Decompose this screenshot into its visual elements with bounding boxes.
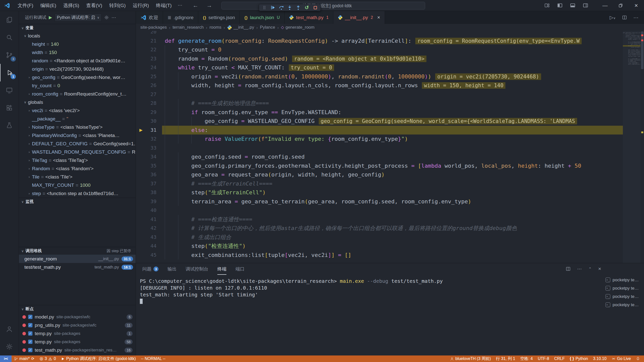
code-line[interactable]: 26width, height = room_config.layout.n_c… [136, 81, 644, 90]
code-line[interactable]: 30geo_config = WASTELAND_GEO_CONFIGgeo_c… [136, 117, 644, 126]
stack-frame[interactable]: generate_room__init__.py31:1 [19, 255, 136, 263]
maximize-panel-icon[interactable]: ⌃ [588, 266, 592, 272]
editor-tab[interactable]: {}launch.jsonU [240, 11, 285, 24]
code-line[interactable]: 42# 计算每一个出口的中心，然后使用astar生成路径，确保每一个出口组合都可… [136, 224, 644, 233]
activity-run-debug-icon[interactable]: 1 [0, 64, 19, 81]
menu-item[interactable]: 查看(V) [83, 1, 106, 10]
code-line[interactable]: 25origin = vec2i(random.randint(0, 10000… [136, 72, 644, 81]
code-editor[interactable]: 2021def generate_room(room_config: RoomR… [136, 31, 644, 263]
breakpoint-row[interactable]: ✓temp.pysite-packages1 [19, 329, 136, 338]
customize-layout-icon[interactable] [544, 3, 550, 8]
breadcrumb[interactable]: site-packages›terrain_research›rooms›__i… [136, 24, 644, 31]
step-into-icon[interactable] [286, 5, 293, 11]
more-actions-icon[interactable]: ⋯ [633, 15, 638, 21]
start-debug-icon[interactable]: ▶ [49, 15, 52, 20]
menu-item[interactable]: 文件(F) [14, 1, 37, 10]
breakpoint-row[interactable]: ✓temp.pysite-packages58 [19, 338, 136, 346]
code-line[interactable]: 45exit_combinations:list[tuple[vec2i, ve… [136, 251, 644, 260]
variable-row[interactable]: try_count=0 [19, 81, 136, 90]
activity-explorer-icon[interactable] [0, 11, 19, 29]
variable-row[interactable]: ›PlanetaryWindConfig=<class 'Planeta… [19, 131, 136, 140]
code-line[interactable]: 38step("生成TerrainCell") [136, 188, 644, 197]
nav-forward-icon[interactable]: → [206, 2, 212, 9]
code-line[interactable]: 39terrain_area = geo_area_to_terrain(geo… [136, 197, 644, 206]
terminal-instance[interactable]: >_pocketpy te… [602, 301, 644, 309]
restart-icon[interactable]: ↺ [303, 5, 310, 11]
code-line[interactable]: 32raise ValueError(f"Invalid env type: {… [136, 134, 644, 144]
code-line[interactable]: 20 [136, 31, 644, 36]
breakpoint-checkbox[interactable]: ✓ [28, 315, 32, 319]
variable-row[interactable]: ›room_config=RoomRequestConfig(env_t… [19, 90, 136, 98]
variable-row[interactable]: ›step=<function step at 0x1bf8ed716d… [19, 189, 136, 198]
close-panel-icon[interactable]: × [598, 266, 601, 272]
remote-indicator[interactable]: >< [0, 355, 12, 362]
stack-frame[interactable]: test/test_math.pytest_math.py16:1 [19, 263, 136, 271]
code-line[interactable]: 28# ====生成初始地理信息==== [136, 99, 644, 108]
terminal-instance[interactable]: >_pocketpy te… [602, 276, 644, 284]
status-language[interactable]: { }Python [567, 355, 591, 362]
terminal-instance[interactable]: >_pocketpy te… [602, 284, 644, 292]
editor-tab[interactable]: {}settings.json [198, 11, 240, 24]
panel-tab[interactable]: 端口 [235, 263, 245, 275]
breakpoint-row[interactable]: ✓png_utils.pysite-packages\wfc11 [19, 321, 136, 329]
code-line[interactable]: 21def generate_room(room_config: RoomReq… [136, 36, 644, 46]
variable-row[interactable]: __package__='' [19, 115, 136, 123]
code-line[interactable]: 34geo_config.seed = room_config.seed [136, 152, 644, 161]
editor-tab[interactable]: ≣.gdignore [163, 11, 198, 24]
variable-row[interactable]: ›WASTELAND_ROOM_REQUEST_CONFIG=RoomR… [19, 148, 136, 156]
menu-item[interactable]: 编辑(E) [37, 1, 60, 10]
menu-more-icon[interactable]: ⋯ [175, 1, 185, 10]
toggle-secondary-sidebar-icon[interactable] [583, 3, 588, 8]
variable-row[interactable]: random=<Random object at 0x1bf9d01e… [19, 57, 136, 65]
editor-tab[interactable]: test_math.py1 [285, 11, 333, 24]
code-line[interactable]: 41# ====检查连通性==== [136, 215, 644, 224]
status-python-version[interactable]: 3.10.10 [590, 355, 609, 362]
panel-tab[interactable]: 问题3 [142, 263, 158, 275]
breadcrumb-item[interactable]: Pylance [260, 25, 275, 30]
breadcrumb-item[interactable]: terrain_research [173, 25, 204, 30]
split-editor-icon[interactable] [622, 15, 627, 20]
status-notifications[interactable] [633, 355, 642, 362]
overview-ruler[interactable] [640, 31, 644, 263]
activity-testing-icon[interactable] [0, 117, 19, 134]
code-line[interactable]: 22try_count = 0 [136, 45, 644, 54]
code-line[interactable]: 33 [136, 144, 644, 153]
stop-icon[interactable] [312, 5, 319, 11]
call-stack-section-header[interactable]: ∨ 调用堆栈 因 step 已暂停 [19, 247, 136, 255]
breadcrumb-item[interactable]: site-packages [140, 25, 167, 30]
editor-tab[interactable]: 欢迎 [136, 11, 163, 24]
panel-tab[interactable]: 调试控制台 [186, 263, 208, 275]
panel-tab[interactable]: 输出 [168, 263, 177, 275]
gear-icon[interactable] [104, 15, 109, 20]
status-go-live[interactable]: Go Live [609, 355, 633, 362]
variables-section-header[interactable]: ∨ 变量 [19, 24, 136, 32]
continue-icon[interactable] [269, 5, 276, 11]
toggle-sidebar-icon[interactable] [557, 3, 562, 8]
terminal-output[interactable]: PS C:\computer_science\godot-ldtk\site-p… [140, 278, 600, 353]
panel-tab[interactable]: 终端 [217, 263, 226, 275]
split-terminal-icon[interactable] [566, 266, 571, 271]
code-line[interactable]: 40 [136, 206, 644, 215]
breakpoints-section-header[interactable]: ∨ 断点 [19, 305, 136, 313]
variable-scope[interactable]: ∨locals [19, 32, 136, 40]
activity-source-control-icon[interactable]: 3 [0, 46, 19, 64]
status-cursor-position[interactable]: 行 31, 列 1 [493, 355, 517, 362]
variable-row[interactable]: ›geo_config=GeoConfig(seed=None, wor… [19, 73, 136, 81]
variable-row[interactable]: ›Tile=<class 'Tile'> [19, 173, 136, 181]
more-actions-icon[interactable]: ⋯ [577, 266, 582, 272]
breadcrumb-item[interactable]: ◇generate_room [281, 25, 315, 30]
code-line[interactable]: 29if room_config.env_type == EnvType.WAS… [136, 108, 644, 117]
step-out-icon[interactable] [295, 5, 302, 11]
more-actions-icon[interactable]: ⋯ [111, 15, 116, 20]
breakpoint-checkbox[interactable]: ✓ [28, 331, 32, 336]
status-indentation[interactable]: 空格: 4 [518, 355, 535, 362]
variable-row[interactable]: ›TileTag=<class 'TileTag'> [19, 156, 136, 164]
debug-config-select[interactable]: Python 调试程序: 启 ∨ [55, 14, 102, 22]
terminal-instance[interactable]: >_pocketpy te… [602, 292, 644, 301]
status-debug-config[interactable]: Python 调试程序: 启动文件 (godot-ldtk) [58, 355, 138, 362]
close-button[interactable]: × [628, 0, 644, 11]
status-problems[interactable]: 30 [37, 355, 59, 362]
minimize-button[interactable]: — [597, 0, 613, 11]
menu-item[interactable]: 运行(R) [129, 1, 152, 10]
variable-scope[interactable]: ∨globals [19, 98, 136, 106]
